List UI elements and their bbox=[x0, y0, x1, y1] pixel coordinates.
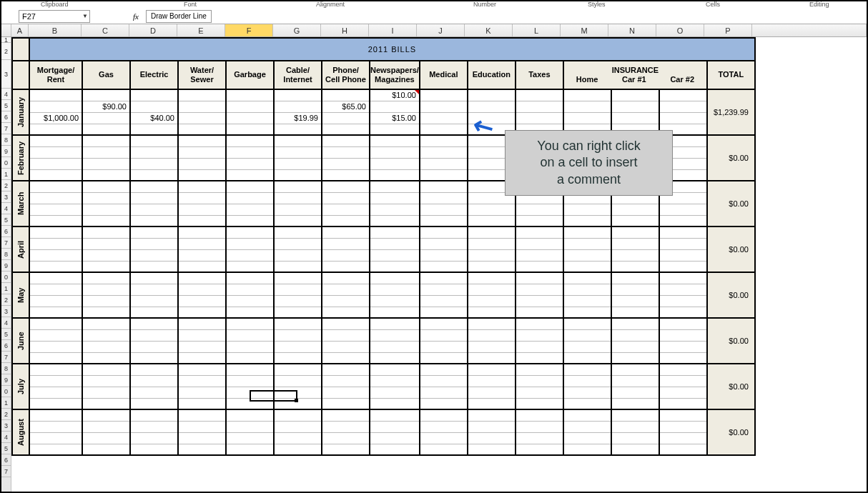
row-header[interactable]: 1 bbox=[1, 397, 11, 409]
cell[interactable] bbox=[29, 387, 82, 398]
cell[interactable] bbox=[226, 124, 274, 135]
cell[interactable] bbox=[370, 226, 420, 238]
month-label-april[interactable]: April bbox=[12, 226, 29, 272]
select-all-corner[interactable] bbox=[1, 24, 11, 36]
cell[interactable] bbox=[130, 375, 178, 387]
cell[interactable] bbox=[29, 261, 82, 272]
cell[interactable] bbox=[274, 101, 322, 112]
cell[interactable] bbox=[659, 307, 707, 318]
cell[interactable] bbox=[82, 112, 130, 124]
cell[interactable] bbox=[611, 89, 659, 101]
cell[interactable] bbox=[420, 238, 468, 249]
cell[interactable] bbox=[226, 112, 274, 124]
cell[interactable] bbox=[130, 169, 178, 181]
cell[interactable] bbox=[420, 89, 468, 101]
cell[interactable] bbox=[226, 318, 274, 329]
cell[interactable] bbox=[611, 352, 659, 364]
cell[interactable] bbox=[130, 192, 178, 204]
col-header-J[interactable]: J bbox=[417, 24, 465, 36]
row-header[interactable]: 0 bbox=[1, 157, 11, 169]
cell[interactable] bbox=[322, 124, 370, 135]
cell[interactable] bbox=[468, 432, 516, 444]
cell[interactable] bbox=[178, 341, 226, 352]
cell[interactable] bbox=[29, 226, 82, 238]
col-header-F[interactable]: F bbox=[225, 24, 273, 36]
cell[interactable] bbox=[659, 238, 707, 249]
cell[interactable] bbox=[420, 158, 468, 169]
cell[interactable] bbox=[370, 444, 420, 455]
cell[interactable] bbox=[226, 364, 274, 375]
cell[interactable] bbox=[274, 204, 322, 215]
cell[interactable] bbox=[178, 192, 226, 204]
cell[interactable]: INSURANCEHomeCar #1Car #2 bbox=[563, 61, 707, 89]
cell[interactable] bbox=[226, 238, 274, 249]
cell[interactable] bbox=[611, 112, 659, 124]
row-header[interactable]: 8 bbox=[1, 249, 11, 260]
cell[interactable] bbox=[226, 341, 274, 352]
cell[interactable] bbox=[468, 238, 516, 249]
cell[interactable] bbox=[226, 387, 274, 398]
cell[interactable] bbox=[178, 204, 226, 215]
total-cell[interactable]: $0.00 bbox=[707, 364, 755, 409]
cell[interactable] bbox=[420, 204, 468, 215]
cell[interactable] bbox=[322, 135, 370, 146]
cell[interactable] bbox=[226, 89, 274, 101]
cell[interactable] bbox=[29, 215, 82, 226]
cell[interactable] bbox=[130, 352, 178, 364]
cell[interactable] bbox=[563, 261, 611, 272]
row-header[interactable]: 3 bbox=[1, 60, 11, 89]
cell[interactable] bbox=[178, 295, 226, 307]
cell[interactable] bbox=[420, 409, 468, 421]
cell[interactable] bbox=[420, 432, 468, 444]
cell[interactable] bbox=[611, 329, 659, 341]
sheet-title[interactable]: 2011 BILLS bbox=[29, 38, 755, 61]
cell[interactable] bbox=[29, 101, 82, 112]
cell[interactable] bbox=[130, 444, 178, 455]
cell[interactable] bbox=[611, 261, 659, 272]
cell[interactable] bbox=[370, 158, 420, 169]
cell[interactable] bbox=[420, 352, 468, 364]
cell[interactable] bbox=[29, 375, 82, 387]
cell[interactable] bbox=[468, 295, 516, 307]
cell[interactable]: TOTAL bbox=[707, 61, 755, 89]
cell[interactable] bbox=[29, 249, 82, 261]
row-header[interactable]: 6 bbox=[1, 454, 11, 466]
cell[interactable] bbox=[370, 249, 420, 261]
row-header[interactable]: 2 bbox=[1, 409, 11, 420]
cell[interactable] bbox=[274, 307, 322, 318]
cell[interactable] bbox=[468, 101, 516, 112]
cell[interactable] bbox=[563, 101, 611, 112]
total-cell[interactable]: $1,239.99 bbox=[707, 89, 755, 135]
cell[interactable] bbox=[274, 387, 322, 398]
cell[interactable] bbox=[659, 409, 707, 421]
cell[interactable] bbox=[611, 387, 659, 398]
col-header-E[interactable]: E bbox=[177, 24, 225, 36]
cell[interactable]: Medical bbox=[420, 61, 468, 89]
cell[interactable] bbox=[755, 318, 819, 364]
row-header[interactable]: 5 bbox=[1, 329, 11, 340]
cell[interactable] bbox=[468, 421, 516, 432]
row-header[interactable]: 3 bbox=[1, 191, 11, 203]
cell[interactable] bbox=[178, 89, 226, 101]
cell[interactable] bbox=[420, 284, 468, 295]
cell[interactable] bbox=[274, 238, 322, 249]
col-header-C[interactable]: C bbox=[82, 24, 129, 36]
cell[interactable] bbox=[468, 318, 516, 329]
cell[interactable] bbox=[370, 387, 420, 398]
cell[interactable] bbox=[322, 215, 370, 226]
cell[interactable] bbox=[563, 444, 611, 455]
cell[interactable] bbox=[468, 215, 516, 226]
cell[interactable] bbox=[563, 307, 611, 318]
cell[interactable] bbox=[226, 204, 274, 215]
col-header-B[interactable]: B bbox=[29, 24, 82, 36]
cell[interactable] bbox=[322, 192, 370, 204]
cell[interactable] bbox=[130, 295, 178, 307]
cell[interactable] bbox=[420, 261, 468, 272]
col-header-G[interactable]: G bbox=[273, 24, 321, 36]
cell[interactable] bbox=[516, 421, 563, 432]
cell[interactable] bbox=[420, 215, 468, 226]
cell[interactable] bbox=[130, 318, 178, 329]
cell[interactable] bbox=[516, 409, 563, 421]
cell[interactable] bbox=[274, 192, 322, 204]
cell[interactable] bbox=[274, 444, 322, 455]
